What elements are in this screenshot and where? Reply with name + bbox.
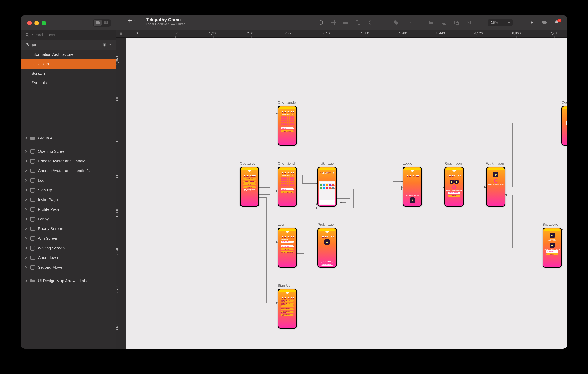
resize-tool[interactable] (355, 20, 361, 25)
ruler-origin[interactable] (116, 30, 126, 38)
svg-point-25 (452, 186, 456, 189)
folder-icon (30, 279, 35, 283)
artboard-choose-rando[interactable]: Cho…ando TELEPATHY CHOOSE AN AVATAR CHOO… (278, 106, 297, 146)
ruler-horizontal[interactable]: 06801,3602,0402,7203,4004,0804,7605,4406… (126, 30, 567, 38)
layer-row[interactable]: Invite Page (21, 195, 116, 204)
artboard-icon (30, 236, 35, 240)
subtract-tool[interactable] (453, 20, 459, 25)
lock-icon (120, 32, 122, 35)
page-item[interactable]: UI Design (21, 59, 116, 69)
preview-button[interactable] (529, 20, 535, 25)
chevron-right-icon (25, 150, 28, 153)
layer-search[interactable] (21, 30, 116, 40)
artboard-countdown[interactable]: Cou…own ☻ 3 ☻ (561, 106, 567, 146)
layer-label: Waiting Screen (38, 246, 65, 250)
chevron-right-icon (25, 237, 28, 240)
chevron-right-icon (25, 160, 28, 162)
notification-badge: 1 (557, 19, 561, 22)
layer-row[interactable]: Opening Screen (21, 147, 116, 156)
layer-row[interactable]: Win Screen (21, 234, 116, 243)
layer-row[interactable]: Choose Avatar and Handle /… (21, 156, 116, 166)
page-item[interactable]: Information Architecture (21, 50, 116, 59)
svg-rect-4 (106, 23, 108, 24)
pages-section-header: Pages (21, 40, 116, 50)
ruler-vertical[interactable]: -1,360-68006801,3602,0402,7203,400 (116, 38, 126, 349)
layer-row[interactable]: Lobby (21, 214, 116, 224)
page-item[interactable]: Symbols (21, 78, 116, 87)
union-tool[interactable] (441, 20, 447, 25)
layer-label: Countdown (38, 255, 58, 260)
svg-rect-7 (334, 21, 335, 25)
artboard-choose-iend[interactable]: Cho…iend TELEPATHY CHOOSE AN AVATAR CHOO… (278, 167, 297, 206)
scale-dropdown[interactable] (405, 20, 411, 25)
svg-rect-20 (456, 22, 458, 25)
symbol-tool[interactable] (318, 20, 324, 25)
svg-rect-0 (96, 21, 100, 24)
page-item[interactable]: Scratch (21, 69, 116, 78)
sidebar-view-toggle (93, 19, 111, 27)
view-grid-toggle[interactable] (102, 20, 110, 26)
insert-menu[interactable] (128, 19, 136, 23)
svg-rect-8 (343, 21, 348, 21)
minimize-window-button[interactable] (34, 21, 39, 25)
svg-rect-5 (331, 22, 336, 23)
layer-row[interactable]: Countdown (21, 253, 116, 262)
view-list-toggle[interactable] (94, 20, 102, 26)
artboard-lobby[interactable]: Lobby TELEPATHY WAITING FOR PARTNER ☻ (403, 167, 422, 206)
chevron-right-icon (25, 279, 28, 282)
boolean-tool[interactable] (393, 20, 399, 25)
svg-rect-9 (343, 22, 348, 23)
layer-row[interactable]: Second Move (21, 262, 116, 272)
canvas-board[interactable]: SAMEOR NO Ope…reen TELEPATHY PLAY RANDO … (126, 38, 567, 349)
add-page-button[interactable] (103, 43, 107, 47)
svg-rect-3 (104, 23, 106, 24)
artboard-profile[interactable]: Prof…age TELEPATHY ☻ PLAY RANDO INVITE P… (317, 228, 337, 267)
folder-icon (30, 136, 35, 140)
canvas-area[interactable]: 06801,3602,0402,7203,4004,0804,7605,4406… (116, 30, 567, 349)
svg-rect-15 (430, 21, 433, 24)
timer-icon (452, 184, 456, 189)
create-symbol-tool[interactable] (368, 20, 374, 25)
chevron-down-icon (508, 22, 510, 23)
chevron-right-icon (25, 218, 28, 220)
artboard-icon (30, 159, 35, 163)
artboard-signup[interactable]: Sign Up TELEPATHY CONTINUE WITH APPLE CO… (278, 289, 297, 329)
layer-row[interactable]: Group 4 (21, 133, 116, 143)
svg-rect-28 (495, 179, 496, 179)
layer-row[interactable]: Choose Avatar and Handle /… (21, 166, 116, 175)
forward-tool[interactable] (429, 20, 434, 25)
close-window-button[interactable] (27, 21, 32, 25)
cloud-button[interactable] (541, 20, 547, 25)
chevron-right-icon (25, 189, 28, 191)
align-tool[interactable] (330, 20, 336, 25)
artboard-icon (30, 188, 35, 192)
left-sidebar: Pages Information ArchitectureUI DesignS… (21, 30, 116, 349)
artboard-ready[interactable]: Rea…reen TELEPATHY ☻☻ READY? THINK OF A … (444, 167, 464, 206)
notifications-button[interactable]: 1 (554, 20, 560, 25)
doc-title-text: Telepathy Game (146, 17, 185, 22)
svg-rect-10 (343, 23, 348, 24)
layer-row[interactable]: UI Design Map Arrows, Labels (21, 276, 116, 286)
artboard-opening[interactable]: Ope…reen TELEPATHY PLAY RANDO INVITE PAR… (240, 167, 259, 206)
layer-row[interactable]: Profile Page (21, 204, 116, 214)
svg-rect-11 (356, 21, 360, 24)
chevron-right-icon (25, 137, 28, 139)
layer-search-input[interactable] (32, 32, 111, 37)
zoom-window-button[interactable] (42, 21, 46, 25)
layer-label: Opening Screen (38, 149, 67, 154)
layer-label: Ready Screen (38, 226, 63, 231)
zoom-select[interactable]: 15% (488, 19, 513, 26)
pages-label: Pages (25, 42, 37, 47)
layer-row[interactable]: Ready Screen (21, 224, 116, 234)
layer-row[interactable]: Waiting Screen (21, 243, 116, 253)
artboard-second-move[interactable]: Sec…ove ☻ PresidentPeanut Butter ☻ READY… (543, 228, 562, 267)
layer-row[interactable]: Sign Up (21, 185, 116, 195)
artboard-invite[interactable]: Invit…age TELEPATHY (317, 167, 337, 206)
artboard-login[interactable]: Log in TELEPATHY USERNAME USERNAME PASSW… (278, 228, 297, 267)
tidy-tool[interactable] (343, 20, 348, 25)
svg-point-13 (395, 21, 398, 25)
artboard-waiting[interactable]: Wait…reen ☻ WAITING FOR ANONYMOUS READY! (486, 167, 505, 206)
flatten-tool[interactable] (466, 20, 472, 25)
pages-chevron-icon[interactable] (109, 44, 111, 46)
layer-row[interactable]: Log in (21, 175, 116, 185)
